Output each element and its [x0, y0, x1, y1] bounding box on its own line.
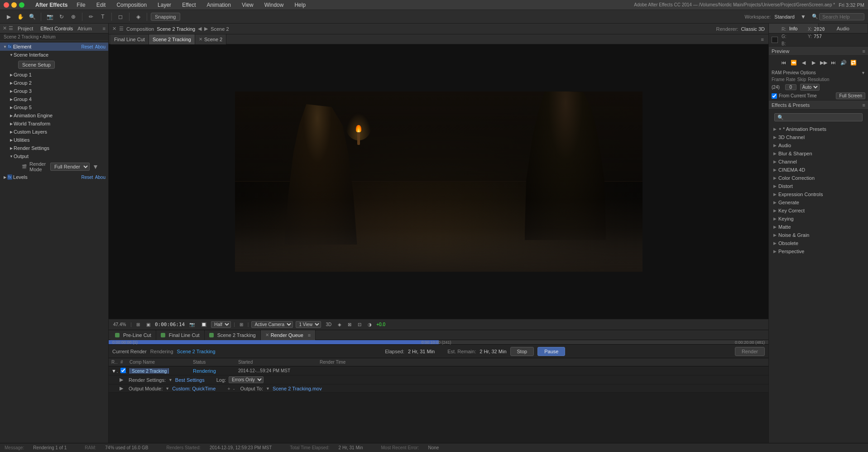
comp-tab-scene2-close[interactable]: ✕	[199, 37, 202, 42]
ep-noise-grain[interactable]: ▶ Noise & Grain	[769, 231, 868, 239]
vc-views-select[interactable]: 1 View	[296, 321, 321, 328]
rq-rs-expand[interactable]: ▶	[120, 377, 126, 383]
search-input[interactable]	[819, 13, 864, 20]
element-expand[interactable]: ▼	[3, 44, 7, 49]
pause-button[interactable]: Pause	[537, 347, 565, 356]
group4-row[interactable]: ▶ Group 4	[0, 95, 108, 103]
preview-header[interactable]: Preview ≡	[769, 47, 868, 56]
utilities-row[interactable]: ▶ Utilities	[0, 136, 108, 144]
preview-menu-icon[interactable]: ≡	[863, 48, 865, 54]
output-row[interactable]: ▼ Output	[0, 152, 108, 160]
rq-om-value[interactable]: Custom: QuickTime	[172, 386, 216, 391]
vc-aa-icon[interactable]: ⊠	[346, 322, 353, 327]
ep-color-correction[interactable]: ▶ Color Correction	[769, 174, 868, 182]
group2-expand[interactable]: ▶	[9, 81, 14, 85]
tl-tab-renderqueue-close[interactable]: ✕	[265, 332, 269, 337]
vc-channel-icon[interactable]: ⊡	[356, 322, 363, 327]
ep-keycorrect[interactable]: ▶ Key Correct	[769, 207, 868, 215]
vc-3d-icon[interactable]: 3D	[324, 322, 333, 327]
vc-exposure-icon[interactable]: ◑	[366, 322, 374, 327]
menu-edit[interactable]: Edit	[95, 1, 108, 9]
vc-resolution-icon[interactable]: ⊞	[134, 322, 142, 327]
custom-layers-row[interactable]: ▶ Custom Layers	[0, 128, 108, 136]
ep-distort[interactable]: ▶ Distort	[769, 182, 868, 190]
vc-snapshot2[interactable]: 🔲	[199, 322, 208, 327]
animation-engine-row[interactable]: ▶ Animation Engine	[0, 111, 108, 120]
rq-minus-icon[interactable]: -	[233, 386, 235, 391]
prev-back-btn[interactable]: ◀	[800, 58, 808, 67]
ep-cinema4d[interactable]: ▶ CINEMA 4D	[769, 166, 868, 174]
ep-keying[interactable]: ▶ Keying	[769, 215, 868, 223]
rq-row-check[interactable]	[118, 368, 127, 374]
tool-pen[interactable]: ✏	[86, 12, 96, 22]
comp-panel-options[interactable]: ≡	[758, 37, 767, 42]
tool-camera[interactable]: 📷	[45, 12, 55, 22]
group1-row[interactable]: ▶ Group 1	[0, 71, 108, 79]
levels-reset[interactable]: Reset	[82, 175, 93, 180]
rq-row-expand[interactable]: ▼	[109, 368, 118, 374]
tool-select[interactable]: ▶	[4, 12, 14, 22]
tool-pan3d[interactable]: ⊕	[68, 12, 78, 22]
vc-camera-select[interactable]: Active Camera	[251, 321, 293, 328]
render-settings-expand[interactable]: ▶	[9, 146, 14, 150]
rp-tab-audio[interactable]: Audio	[819, 24, 868, 33]
scene-interface-row[interactable]: ▼ Scene Interface	[0, 51, 108, 59]
menu-view[interactable]: View	[240, 1, 255, 9]
group3-expand[interactable]: ▶	[9, 89, 14, 93]
panel-icon-menu[interactable]: ☰	[9, 25, 13, 31]
output-expand[interactable]: ▼	[9, 154, 14, 159]
skip-input[interactable]	[785, 84, 796, 90]
tl-tab-finallinecut[interactable]: Final Line Cut	[156, 330, 205, 340]
vc-grid-icon[interactable]: ⊞	[238, 322, 245, 327]
element-reset[interactable]: Reset	[82, 44, 93, 49]
render-settings-row[interactable]: ▶ Render Settings	[0, 144, 108, 152]
tool-shape[interactable]: ◻	[115, 12, 125, 22]
menu-file[interactable]: File	[75, 1, 87, 9]
tool-zoom[interactable]: 🔍	[27, 12, 37, 22]
menu-window[interactable]: Window	[263, 1, 286, 9]
tl-tab-prelinecut[interactable]: Pre-Line Cut	[110, 330, 156, 340]
tool-text[interactable]: T	[98, 12, 108, 22]
ep-audio[interactable]: ▶ Audio	[769, 141, 868, 149]
tl-tab-renderqueue[interactable]: ✕ Render Queue ≡	[261, 330, 316, 340]
left-panel-close[interactable]: ≡	[103, 26, 106, 31]
prev-loop-btn[interactable]: 🔁	[849, 58, 858, 67]
snapping-button[interactable]: Snapping	[151, 13, 180, 21]
menu-composition[interactable]: Composition	[115, 1, 149, 9]
effect-controls-tab[interactable]: Effect Controls	[38, 25, 76, 32]
full-screen-button[interactable]: Full Screen	[836, 92, 865, 99]
ep-perspective[interactable]: ▶ Perspective	[769, 247, 868, 255]
group3-row[interactable]: ▶ Group 3	[0, 87, 108, 95]
utilities-expand[interactable]: ▶	[9, 138, 14, 142]
vc-resolution-select[interactable]: Half	[211, 321, 231, 328]
vc-draft-icon[interactable]: ◈	[336, 322, 343, 327]
ep-channel[interactable]: ▶ Channel	[769, 158, 868, 166]
prev-next-btn[interactable]: ▶▶	[820, 58, 828, 67]
workspace-dropdown[interactable]: ▼	[798, 12, 808, 22]
vc-aspect-icon[interactable]: ▣	[144, 322, 152, 327]
panel-icon-close[interactable]: ✕	[3, 25, 7, 31]
effects-search-input[interactable]	[774, 113, 863, 121]
render-button[interactable]: Render	[735, 347, 765, 356]
table-row[interactable]: ▼ Scene 2 Tracking Rendering 2014-12-...…	[109, 366, 768, 375]
element-about[interactable]: Abou	[95, 44, 106, 49]
ep-blur-sharpen[interactable]: ▶ Blur & Sharpen	[769, 149, 868, 158]
menu-help[interactable]: Help	[293, 1, 307, 9]
rq-plus-icon[interactable]: +	[227, 386, 230, 391]
ep-3dchannel[interactable]: ▶ 3D Channel	[769, 133, 868, 141]
rq-rs-value[interactable]: Best Settings	[175, 377, 205, 383]
ep-generate[interactable]: ▶ Generate	[769, 198, 868, 207]
minimize-button[interactable]	[11, 2, 17, 8]
rq-log-select[interactable]: Errors Only	[229, 376, 264, 383]
menu-animation[interactable]: Animation	[205, 1, 233, 9]
group1-expand[interactable]: ▶	[9, 72, 14, 77]
render-mode-select[interactable]: Full Render	[50, 163, 90, 171]
comp-tab-scene2[interactable]: ✕ Scene 2	[195, 34, 226, 44]
vc-snapshot[interactable]: 📷	[187, 322, 197, 327]
project-tab[interactable]: Project	[15, 25, 36, 32]
ep-animation-presets[interactable]: ▶ ✦ * Animation Presets	[769, 125, 868, 133]
vc-zoom-btn[interactable]: 47.4%	[111, 322, 128, 327]
animation-engine-expand[interactable]: ▶	[9, 113, 14, 118]
resolution-select-rp[interactable]: Auto	[800, 84, 820, 91]
prev-first-btn[interactable]: ⏮	[780, 58, 788, 67]
